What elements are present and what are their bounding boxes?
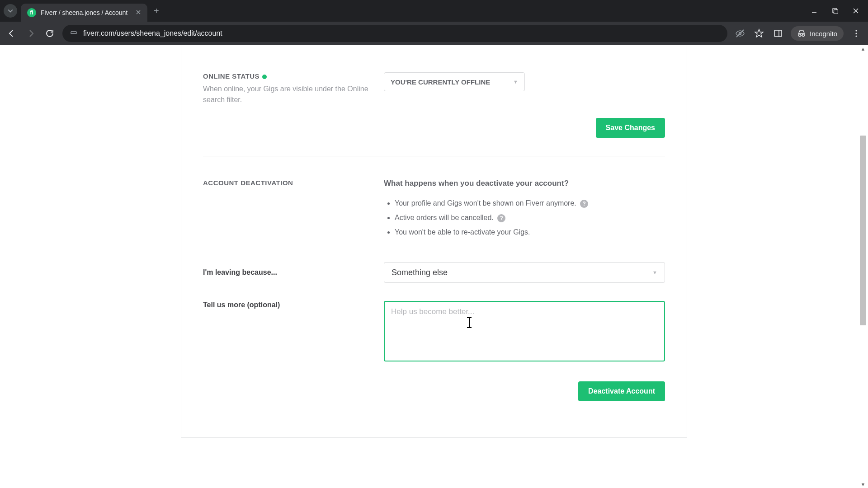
browser-menu-icon[interactable] [850, 27, 863, 40]
online-status-row: ONLINE STATUS When online, your Gigs are… [203, 72, 665, 105]
svg-point-8 [855, 35, 857, 37]
deactivation-row: ACCOUNT DEACTIVATION What happens when y… [203, 179, 665, 239]
eye-off-icon[interactable] [734, 27, 746, 40]
deactivation-label: ACCOUNT DEACTIVATION [203, 179, 370, 187]
online-status-select[interactable]: YOU'RE CURRENTLY OFFLINE ▼ [384, 72, 525, 91]
scroll-up-icon[interactable]: ▲ [860, 45, 866, 52]
maximize-button[interactable] [831, 7, 839, 15]
chevron-down-icon: ▼ [513, 79, 518, 84]
incognito-badge[interactable]: Incognito [791, 26, 844, 41]
page-viewport: ONLINE STATUS When online, your Gigs are… [0, 45, 868, 488]
help-icon[interactable]: ? [580, 200, 588, 208]
close-tab-icon[interactable] [136, 9, 141, 17]
leaving-reason-value: Something else [392, 268, 448, 277]
scroll-down-icon[interactable]: ▼ [860, 481, 866, 488]
site-info-icon[interactable] [70, 28, 78, 38]
online-status-value: YOU'RE CURRENTLY OFFLINE [391, 78, 490, 86]
list-item: You won't be able to re-activate your Gi… [395, 225, 665, 239]
close-window-button[interactable] [852, 7, 860, 15]
svg-point-4 [799, 34, 801, 37]
online-status-label: ONLINE STATUS [203, 72, 370, 80]
tab-title: Fiverr / sheena.jones / Account [41, 9, 131, 16]
back-button[interactable] [5, 27, 18, 40]
address-bar: fiverr.com/users/sheena_jones/edit/accou… [0, 22, 868, 45]
tab-bar: fi Fiverr / sheena.jones / Account + [0, 0, 868, 22]
leaving-label: I'm leaving because... [203, 268, 370, 277]
new-tab-button[interactable]: + [154, 6, 159, 16]
deactivation-question: What happens when you deactivate your ac… [384, 179, 665, 188]
tell-us-more-row: Tell us more (optional) [203, 301, 665, 363]
svg-rect-3 [774, 30, 782, 37]
incognito-icon [797, 29, 806, 38]
incognito-label: Incognito [810, 30, 837, 38]
reload-button[interactable] [43, 27, 56, 40]
chevron-down-icon: ▼ [652, 270, 657, 275]
online-dot-icon [262, 75, 267, 79]
scrollbar[interactable]: ▲ ▼ [859, 45, 867, 488]
bookmark-icon[interactable] [753, 27, 765, 40]
online-status-desc: When online, your Gigs are visible under… [203, 84, 370, 105]
svg-point-7 [855, 33, 857, 34]
tab-search-dropdown[interactable] [4, 4, 17, 18]
leaving-reason-select[interactable]: Something else ▼ [384, 262, 665, 283]
list-item: Active orders will be cancelled. ? [395, 211, 665, 225]
side-panel-icon[interactable] [772, 27, 784, 40]
divider [203, 156, 665, 156]
save-changes-button[interactable]: Save Changes [596, 118, 665, 138]
help-icon[interactable]: ? [497, 214, 505, 222]
deactivate-account-button[interactable]: Deactivate Account [578, 381, 665, 401]
browser-tab[interactable]: fi Fiverr / sheena.jones / Account [21, 4, 147, 22]
list-item: Your profile and Gigs won't be shown on … [395, 196, 665, 211]
forward-button[interactable] [24, 27, 37, 40]
settings-panel: ONLINE STATUS When online, your Gigs are… [181, 45, 687, 438]
window-controls [810, 7, 864, 15]
svg-point-6 [855, 30, 857, 31]
scrollbar-thumb[interactable] [860, 136, 866, 325]
svg-point-5 [802, 34, 805, 37]
browser-chrome: fi Fiverr / sheena.jones / Account + fiv… [0, 0, 868, 45]
url-box[interactable]: fiverr.com/users/sheena_jones/edit/accou… [62, 25, 727, 42]
chevron-down-icon [8, 8, 13, 14]
deactivation-list: Your profile and Gigs won't be shown on … [384, 196, 665, 239]
svg-rect-1 [834, 9, 838, 14]
favicon-icon: fi [27, 8, 36, 17]
tell-us-more-label: Tell us more (optional) [203, 301, 370, 309]
minimize-button[interactable] [810, 7, 818, 15]
leaving-row: I'm leaving because... Something else ▼ [203, 262, 665, 283]
tell-us-more-textarea[interactable] [384, 301, 665, 361]
url-text: fiverr.com/users/sheena_jones/edit/accou… [83, 29, 222, 38]
